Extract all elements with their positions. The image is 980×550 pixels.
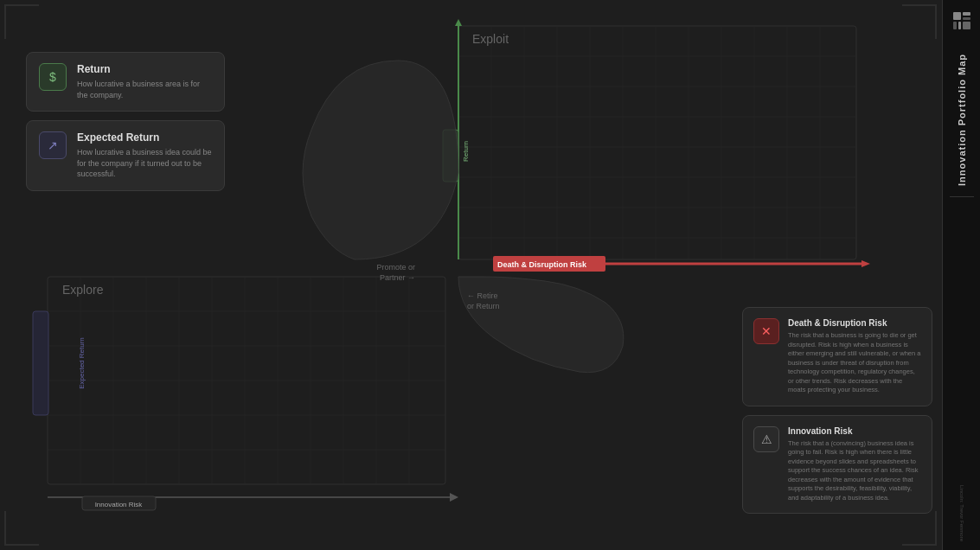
return-icon: $ — [39, 63, 67, 91]
risk-cards: ✕ Death & Disruption Risk The risk that … — [742, 307, 932, 514]
return-card-text: Return How lucrative a business area is … — [77, 63, 212, 100]
innovation-risk-bottom-label: Innovation Risk — [95, 501, 144, 508]
retire-label: ← Retire — [467, 291, 498, 300]
disruption-card-text: Death & Disruption Risk The risk that a … — [788, 318, 921, 395]
expected-return-desc: How lucrative a business idea could be f… — [77, 147, 212, 180]
svg-rect-1 — [963, 12, 970, 16]
promote-label2: Partner → — [380, 273, 415, 282]
disruption-risk-card: ✕ Death & Disruption Risk The risk that … — [742, 307, 932, 406]
svg-rect-2 — [963, 17, 970, 20]
sidebar-meta: Lincoln: Trevor Fenmore — [959, 485, 964, 541]
innovation-title: Innovation Risk — [788, 426, 921, 436]
corner-decoration-br — [902, 511, 937, 546]
sidebar-title: Innovation Portfolio Map — [957, 54, 967, 186]
disruption-label-text: Death & Disruption Risk — [497, 260, 587, 269]
sidebar-logo — [950, 9, 974, 33]
disruption-icon: ✕ — [753, 318, 779, 344]
explore-label: Explore — [62, 283, 104, 297]
promote-label: Promote or — [376, 263, 415, 272]
svg-marker-46 — [450, 493, 458, 502]
svg-rect-4 — [958, 22, 961, 29]
svg-rect-0 — [953, 12, 961, 20]
retire-label2: or Return — [467, 302, 500, 310]
corner-decoration-tr — [902, 4, 937, 39]
exploit-label: Exploit — [472, 32, 509, 46]
innovation-desc: The risk that a (convincing) business id… — [788, 439, 921, 503]
expected-return-axis-label: Expected Return — [78, 337, 86, 389]
expected-return-card: ↗ Expected Return How lucrative a busine… — [26, 120, 225, 191]
return-card: $ Return How lucrative a business area i… — [26, 52, 225, 112]
expected-return-card-text: Expected Return How lucrative a business… — [77, 131, 212, 180]
explore-grid — [48, 277, 445, 484]
svg-marker-50 — [862, 260, 870, 267]
info-panels: $ Return How lucrative a business area i… — [26, 52, 225, 191]
svg-marker-43 — [455, 19, 462, 26]
expected-return-title: Expected Return — [77, 131, 212, 144]
return-axis-label: Return — [462, 141, 470, 162]
svg-rect-47 — [33, 311, 48, 415]
sidebar-meta-line1: Lincoln: Trevor Fenmore — [959, 485, 964, 541]
exploit-grid — [458, 26, 856, 259]
sidebar-divider — [950, 196, 974, 197]
disruption-title: Death & Disruption Risk — [788, 318, 921, 328]
return-title: Return — [77, 63, 212, 75]
svg-rect-5 — [963, 22, 970, 29]
svg-rect-3 — [953, 22, 957, 29]
expected-return-icon: ↗ — [39, 131, 67, 159]
disruption-desc: The risk that a business is going to die… — [788, 331, 921, 395]
return-desc: How lucrative a business area is for the… — [77, 79, 212, 100]
right-sidebar: Innovation Portfolio Map Lincoln: Trevor… — [942, 0, 980, 550]
innovation-icon: ⚠ — [753, 426, 779, 452]
main-container: Innovation Portfolio Map Lincoln: Trevor… — [0, 0, 980, 550]
innovation-risk-card: ⚠ Innovation Risk The risk that a (convi… — [742, 415, 932, 515]
innovation-card-text: Innovation Risk The risk that a (convinc… — [788, 426, 921, 503]
svg-rect-6 — [458, 26, 856, 259]
